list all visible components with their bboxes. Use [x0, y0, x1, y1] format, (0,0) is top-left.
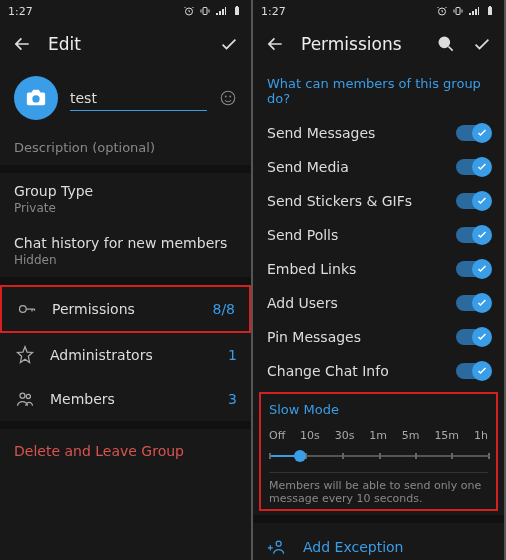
permission-label: Send Media: [267, 159, 349, 175]
status-bar: 1:27: [253, 0, 504, 22]
toggle-switch[interactable]: [456, 295, 490, 311]
permissions-list: Send MessagesSend MediaSend Stickers & G…: [253, 116, 504, 388]
slow-mode-hint: Members will be able to send only one me…: [269, 472, 488, 505]
check-icon: [476, 195, 488, 207]
svg-rect-2: [235, 7, 239, 15]
back-icon[interactable]: [265, 34, 285, 54]
header-title: Permissions: [301, 34, 420, 54]
slow-mode-labels: Off10s30s1m5m15m1h: [269, 429, 488, 442]
header: Permissions: [253, 22, 504, 66]
toggle-switch[interactable]: [456, 159, 490, 175]
svg-point-14: [439, 37, 449, 47]
group-photo-button[interactable]: [14, 76, 58, 120]
slow-mode-section: Slow Mode Off10s30s1m5m15m1h Members wil…: [259, 392, 498, 511]
toggle-switch[interactable]: [456, 261, 490, 277]
permission-label: Embed Links: [267, 261, 356, 277]
permission-row[interactable]: Send Polls: [253, 218, 504, 252]
slider-label: 5m: [402, 429, 420, 442]
key-icon: [16, 299, 38, 319]
permissions-row[interactable]: Permissions 8/8: [0, 285, 251, 333]
permission-label: Send Stickers & GIFs: [267, 193, 412, 209]
svg-rect-1: [203, 8, 207, 15]
permission-row[interactable]: Embed Links: [253, 252, 504, 286]
administrators-label: Administrators: [50, 347, 214, 363]
alarm-icon: [436, 5, 448, 17]
administrators-row[interactable]: Administrators 1: [0, 333, 251, 377]
add-person-icon: [267, 537, 287, 557]
slider-label: 15m: [434, 429, 459, 442]
toggle-switch[interactable]: [456, 227, 490, 243]
delete-leave-button[interactable]: Delete and Leave Group: [0, 429, 251, 473]
group-type-value: Private: [14, 201, 237, 215]
permissions-intro: What can members of this group do?: [253, 66, 504, 116]
divider: [0, 421, 251, 429]
check-icon: [476, 297, 488, 309]
permissions-label: Permissions: [52, 301, 198, 317]
permission-label: Change Chat Info: [267, 363, 389, 379]
header: Edit: [0, 22, 251, 66]
members-value: 3: [228, 391, 237, 407]
permission-row[interactable]: Send Stickers & GIFs: [253, 184, 504, 218]
svg-rect-12: [488, 7, 492, 15]
administrators-value: 1: [228, 347, 237, 363]
members-icon: [14, 389, 36, 409]
slow-mode-title: Slow Mode: [269, 402, 488, 417]
status-bar: 1:27: [0, 0, 251, 22]
permission-row[interactable]: Send Media: [253, 150, 504, 184]
description-input[interactable]: Description (optional): [0, 130, 251, 165]
alarm-icon: [183, 5, 195, 17]
chat-history-row[interactable]: Chat history for new members Hidden: [0, 225, 251, 277]
svg-point-8: [20, 393, 25, 398]
svg-point-7: [20, 306, 27, 313]
slider-label: 1h: [474, 429, 488, 442]
add-exception-label: Add Exception: [303, 539, 403, 555]
permission-label: Send Messages: [267, 125, 375, 141]
svg-point-15: [276, 541, 281, 546]
permissions-screen: 1:27 Permissions What can members of thi…: [253, 0, 504, 560]
members-label: Members: [50, 391, 214, 407]
emoji-icon[interactable]: [219, 89, 237, 107]
confirm-icon[interactable]: [472, 34, 492, 54]
camera-icon: [25, 87, 47, 109]
battery-icon: [484, 5, 496, 17]
toggle-switch[interactable]: [456, 363, 490, 379]
toggle-switch[interactable]: [456, 329, 490, 345]
search-icon[interactable]: [436, 34, 456, 54]
svg-rect-3: [236, 6, 238, 7]
toggle-switch[interactable]: [456, 125, 490, 141]
divider: [0, 277, 251, 285]
vibrate-icon: [452, 5, 464, 17]
confirm-icon[interactable]: [219, 34, 239, 54]
group-type-label: Group Type: [14, 183, 237, 199]
svg-rect-13: [489, 6, 491, 7]
svg-point-5: [225, 96, 226, 97]
add-exception-button[interactable]: Add Exception: [253, 515, 504, 560]
slow-mode-slider[interactable]: [269, 448, 488, 464]
group-type-row[interactable]: Group Type Private: [0, 173, 251, 225]
chat-history-value: Hidden: [14, 253, 237, 267]
check-icon: [476, 263, 488, 275]
status-icons: [183, 5, 243, 17]
back-icon[interactable]: [12, 34, 32, 54]
signal-icon: [468, 5, 480, 17]
status-time: 1:27: [8, 5, 33, 18]
vibrate-icon: [199, 5, 211, 17]
divider: [0, 165, 251, 173]
svg-point-9: [26, 394, 30, 398]
toggle-switch[interactable]: [456, 193, 490, 209]
slider-thumb[interactable]: [294, 450, 306, 462]
permission-row[interactable]: Add Users: [253, 286, 504, 320]
permission-row[interactable]: Pin Messages: [253, 320, 504, 354]
edit-group-screen: 1:27 Edit test Description (optional) Gr…: [0, 0, 251, 560]
signal-icon: [215, 5, 227, 17]
slider-label: Off: [269, 429, 285, 442]
check-icon: [476, 229, 488, 241]
svg-point-4: [221, 91, 235, 105]
permission-row[interactable]: Change Chat Info: [253, 354, 504, 388]
members-row[interactable]: Members 3: [0, 377, 251, 421]
permission-row[interactable]: Send Messages: [253, 116, 504, 150]
svg-point-6: [230, 96, 231, 97]
slider-label: 30s: [335, 429, 355, 442]
permission-label: Send Polls: [267, 227, 338, 243]
group-name-input[interactable]: test: [70, 86, 207, 111]
